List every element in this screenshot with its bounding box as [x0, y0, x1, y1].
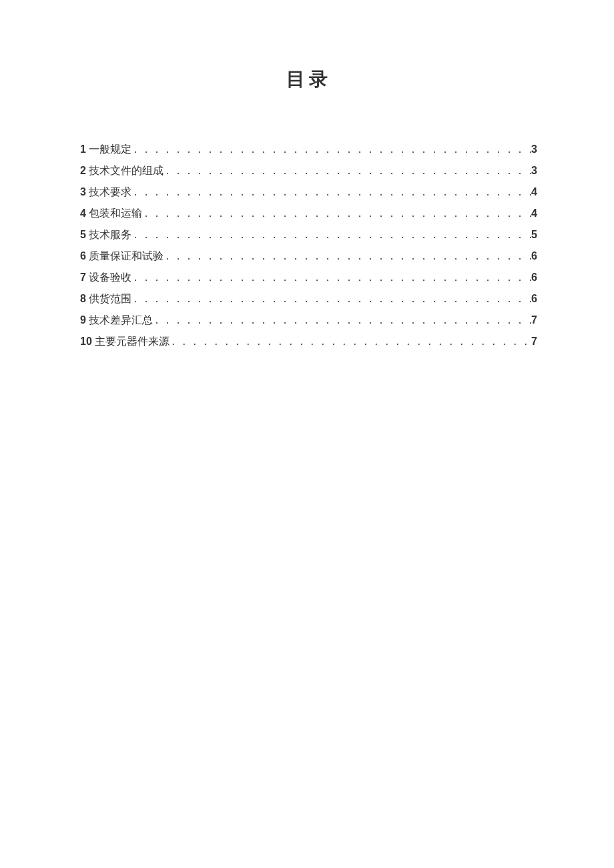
toc-entry[interactable]: 1 一般规定 3: [80, 139, 537, 160]
toc-entry-page: 7: [531, 331, 537, 352]
toc-entry-number: 10: [80, 331, 92, 352]
toc-entry-label: 设备验收: [89, 267, 131, 288]
toc-entry[interactable]: 8 供货范围 6: [80, 288, 537, 310]
toc-entry-page: 4: [531, 181, 537, 203]
toc-leader-dots: [131, 181, 531, 203]
toc-entry-number: 8: [80, 288, 86, 310]
toc-entry-label: 质量保证和试验: [89, 246, 164, 267]
toc-entry-number: 5: [80, 224, 86, 246]
toc-entry-label: 主要元器件来源: [95, 331, 170, 352]
toc-entry-number: 2: [80, 160, 86, 181]
toc-entry-label: 技术服务: [89, 224, 131, 246]
toc-entry-page: 6: [531, 267, 537, 288]
toc-entry-page: 7: [531, 310, 537, 331]
toc-entry-page: 6: [531, 246, 537, 267]
toc-leader-dots: [131, 139, 531, 160]
toc-entry-number: 6: [80, 246, 86, 267]
toc-entry-label: 供货范围: [89, 288, 131, 310]
document-page: 目录 1 一般规定 3 2 技术文件的组成 3 3 技术要求 4 4 包装和运输…: [0, 0, 614, 868]
toc-entry-page: 5: [531, 224, 537, 246]
toc-entry-label: 一般规定: [89, 139, 131, 160]
toc-leader-dots: [131, 267, 531, 288]
toc-entry-number: 3: [80, 181, 86, 203]
toc-entry[interactable]: 9 技术差异汇总 7: [80, 310, 537, 331]
toc-entry[interactable]: 5 技术服务 5: [80, 224, 537, 246]
toc-leader-dots: [164, 246, 531, 267]
toc-entry[interactable]: 3 技术要求 4: [80, 181, 537, 203]
toc-entry-page: 3: [531, 160, 537, 181]
toc-entry-page: 3: [531, 139, 537, 160]
page-title: 目录: [80, 67, 537, 92]
toc-entry-page: 6: [531, 288, 537, 310]
toc-entry-label: 包装和运输: [89, 203, 142, 224]
toc-entry[interactable]: 4 包装和运输 4: [80, 203, 537, 224]
toc-leader-dots: [131, 224, 531, 246]
toc-entry-label: 技术文件的组成: [89, 160, 164, 181]
toc-leader-dots: [170, 331, 531, 352]
toc-entry-page: 4: [531, 203, 537, 224]
toc-leader-dots: [142, 203, 531, 224]
toc-entry-number: 9: [80, 310, 86, 331]
toc-entry-label: 技术差异汇总: [89, 310, 153, 331]
toc-entry-number: 1: [80, 139, 86, 160]
toc-entry[interactable]: 10 主要元器件来源 7: [80, 331, 537, 352]
toc-entry[interactable]: 6 质量保证和试验 6: [80, 246, 537, 267]
toc-leader-dots: [131, 288, 531, 310]
toc-list: 1 一般规定 3 2 技术文件的组成 3 3 技术要求 4 4 包装和运输 4 …: [80, 139, 537, 352]
toc-entry-label: 技术要求: [89, 181, 131, 203]
toc-entry[interactable]: 7 设备验收 6: [80, 267, 537, 288]
toc-entry[interactable]: 2 技术文件的组成 3: [80, 160, 537, 181]
toc-leader-dots: [153, 310, 531, 331]
toc-leader-dots: [164, 160, 531, 181]
toc-entry-number: 4: [80, 203, 86, 224]
toc-entry-number: 7: [80, 267, 86, 288]
